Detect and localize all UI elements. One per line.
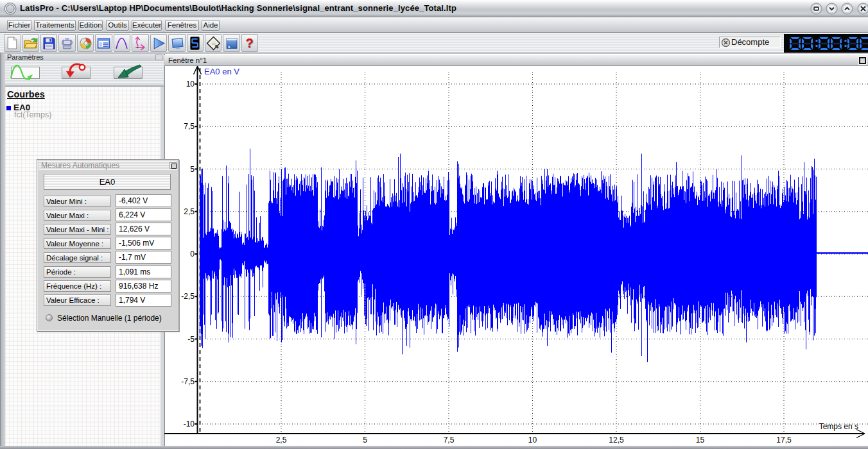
svg-text:?: ?	[245, 36, 253, 50]
